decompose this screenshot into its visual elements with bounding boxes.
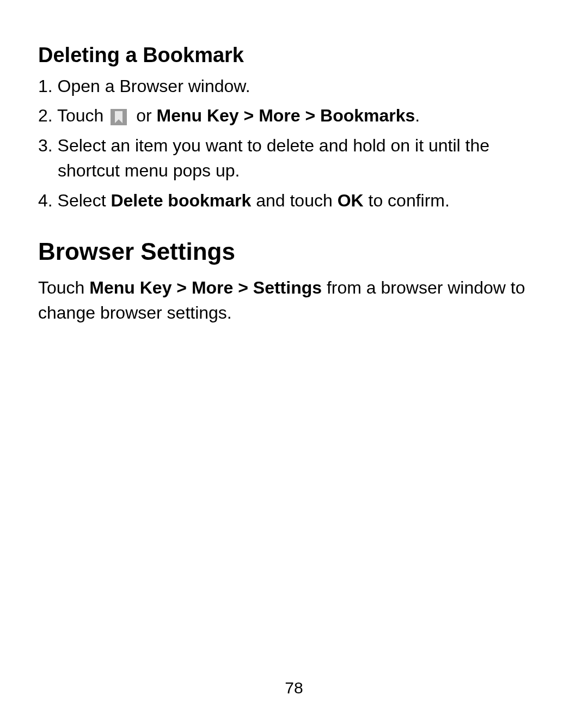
step-text: to confirm. (364, 191, 450, 210)
step-number: 2. (38, 106, 53, 125)
body-text-bold: Menu Key > More > Settings (89, 278, 322, 297)
step-text: Touch (57, 106, 108, 125)
section-heading-deleting-bookmark: Deleting a Bookmark (38, 44, 550, 67)
bookmark-icon (111, 109, 127, 125)
step-3: 3. Select an item you want to delete and… (38, 133, 550, 184)
step-text-bold: Delete bookmark (111, 191, 251, 210)
step-text: . (415, 106, 420, 125)
step-number: 1. (38, 76, 53, 96)
step-text: and touch (251, 191, 337, 210)
step-text-bold: OK (338, 191, 364, 210)
step-text: Select an item you want to delete and ho… (58, 136, 489, 180)
body-text: Touch (38, 278, 89, 297)
steps-list: 1. Open a Browser window. 2. Touch or Me… (38, 74, 550, 213)
body-paragraph: Touch Menu Key > More > Settings from a … (38, 275, 550, 326)
step-4: 4. Select Delete bookmark and touch OK t… (38, 188, 550, 213)
page-number: 78 (0, 679, 588, 697)
step-text: Open a Browser window. (58, 76, 250, 96)
section-heading-browser-settings: Browser Settings (38, 238, 550, 265)
step-1: 1. Open a Browser window. (38, 74, 550, 99)
step-text: or (131, 106, 156, 125)
step-2: 2. Touch or Menu Key > More > Bookmarks. (38, 103, 550, 128)
step-number: 3. (38, 136, 53, 155)
step-text-bold: Menu Key > More > Bookmarks (157, 106, 415, 125)
step-number: 4. (38, 191, 53, 210)
step-text: Select (58, 191, 111, 210)
